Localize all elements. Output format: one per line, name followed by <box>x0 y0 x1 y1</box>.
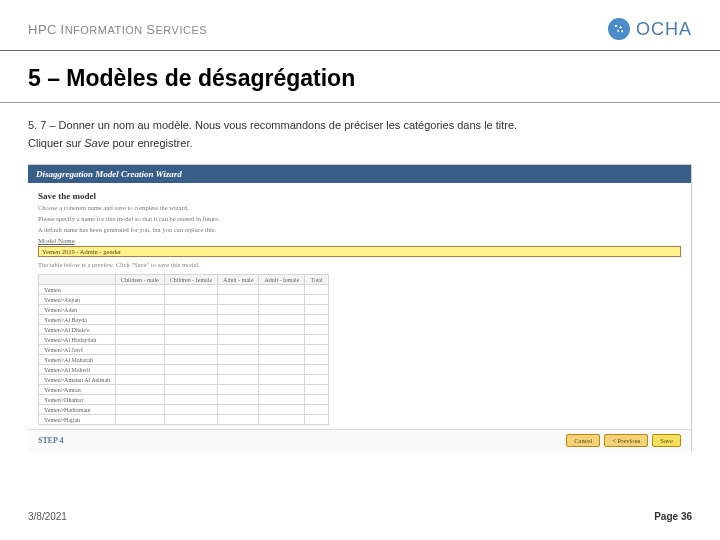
table-cell <box>305 315 328 325</box>
table-cell <box>259 365 305 375</box>
table-row-label: Yemen>Al Bayda <box>39 315 116 325</box>
table-cell <box>116 285 165 295</box>
instruction-line-1: 5. 7 – Donner un nom au modèle. Nous vou… <box>28 117 692 135</box>
table-row: Yemen>Al Dhale'e <box>39 325 329 335</box>
table-cell <box>164 415 217 425</box>
table-row-label: Yemen>Al Dhale'e <box>39 325 116 335</box>
footer-date: 3/8/2021 <box>28 511 67 522</box>
table-cell <box>259 405 305 415</box>
ocha-text: OCHA <box>636 19 692 40</box>
table-cell <box>259 415 305 425</box>
wizard-specify: Please specify a name for this model so … <box>38 215 681 222</box>
table-cell <box>116 395 165 405</box>
table-cell <box>164 395 217 405</box>
table-cell <box>305 385 328 395</box>
table-cell <box>116 305 165 315</box>
table-row-label: Yemen>Hajjah <box>39 415 116 425</box>
table-cell <box>218 385 259 395</box>
table-cell <box>164 335 217 345</box>
table-cell <box>218 315 259 325</box>
table-cell <box>164 305 217 315</box>
table-corner <box>39 275 116 285</box>
table-row-label: Yemen <box>39 285 116 295</box>
table-cell <box>305 325 328 335</box>
table-cell <box>218 305 259 315</box>
table-cell <box>218 335 259 345</box>
table-cell <box>259 385 305 395</box>
table-cell <box>305 305 328 315</box>
table-row-label: Yemen>Amanat Al Asimah <box>39 375 116 385</box>
wizard-preview-note: The table below is a preview. Click "Sav… <box>38 261 681 268</box>
table-cell <box>218 345 259 355</box>
table-cell <box>259 345 305 355</box>
save-button[interactable]: Save <box>652 434 681 447</box>
table-row: Yemen>Al Jawf <box>39 345 329 355</box>
wizard-step-bar: STEP 4 Cancel < Previous Save <box>28 429 691 451</box>
previous-button[interactable]: < Previous <box>604 434 648 447</box>
table-cell <box>305 285 328 295</box>
table-row-label: Yemen>Al Jawf <box>39 345 116 355</box>
model-name-label: Model Name <box>38 237 681 245</box>
table-cell <box>218 415 259 425</box>
table-cell <box>116 345 165 355</box>
table-cell <box>218 325 259 335</box>
hpc-brand: HPC INFORMATION SERVICES <box>28 22 207 37</box>
table-cell <box>218 355 259 365</box>
table-row-label: Yemen>Dhamar <box>39 395 116 405</box>
wizard-save-heading: Save the model <box>38 191 681 201</box>
model-name-input[interactable] <box>38 246 681 257</box>
table-header-cell: Adult - female <box>259 275 305 285</box>
table-cell <box>218 295 259 305</box>
table-row-label: Yemen>Al Hudaydah <box>39 335 116 345</box>
table-row: Yemen>Aden <box>39 305 329 315</box>
instruction-text: 5. 7 – Donner un nom au modèle. Nous vou… <box>0 103 720 158</box>
footer: 3/8/2021 Page 36 <box>0 511 720 522</box>
table-cell <box>164 345 217 355</box>
table-cell <box>164 355 217 365</box>
table-cell <box>305 395 328 405</box>
table-cell <box>218 285 259 295</box>
table-cell <box>218 375 259 385</box>
ocha-logo-icon <box>608 18 630 40</box>
table-row: Yemen <box>39 285 329 295</box>
table-cell <box>305 355 328 365</box>
table-cell <box>305 345 328 355</box>
table-header-cell: Adult - male <box>218 275 259 285</box>
table-cell <box>116 365 165 375</box>
table-row-label: Yemen>Al Maharah <box>39 355 116 365</box>
table-cell <box>116 355 165 365</box>
table-cell <box>116 405 165 415</box>
header-bar: HPC INFORMATION SERVICES OCHA <box>0 0 720 51</box>
table-header-cell: Children - female <box>164 275 217 285</box>
table-cell <box>259 315 305 325</box>
table-cell <box>259 285 305 295</box>
table-cell <box>164 375 217 385</box>
table-cell <box>164 385 217 395</box>
cancel-button[interactable]: Cancel <box>566 434 600 447</box>
table-row: Yemen>Dhamar <box>39 395 329 405</box>
table-cell <box>305 405 328 415</box>
table-cell <box>164 315 217 325</box>
table-cell <box>218 365 259 375</box>
footer-page: Page 36 <box>654 511 692 522</box>
table-cell <box>116 325 165 335</box>
table-cell <box>259 325 305 335</box>
table-cell <box>164 405 217 415</box>
wizard-screenshot: Disaggregation Model Creation Wizard Sav… <box>28 164 692 451</box>
table-cell <box>305 365 328 375</box>
table-cell <box>116 385 165 395</box>
page-title: 5 – Modèles de désagrégation <box>0 51 720 103</box>
ocha-brand: OCHA <box>608 18 692 40</box>
table-header-cell: Children - male <box>116 275 165 285</box>
table-cell <box>305 295 328 305</box>
table-cell <box>259 305 305 315</box>
table-cell <box>116 315 165 325</box>
table-row: Yemen>Al Hudaydah <box>39 335 329 345</box>
table-row: Yemen>Abyan <box>39 295 329 305</box>
preview-table: Children - maleChildren - femaleAdult - … <box>38 274 329 425</box>
wizard-save-sub: Choose a coherent name and save to compl… <box>38 204 681 211</box>
table-cell <box>116 375 165 385</box>
table-row-label: Yemen>Hadramaut <box>39 405 116 415</box>
table-cell <box>164 325 217 335</box>
table-row: Yemen>Hajjah <box>39 415 329 425</box>
